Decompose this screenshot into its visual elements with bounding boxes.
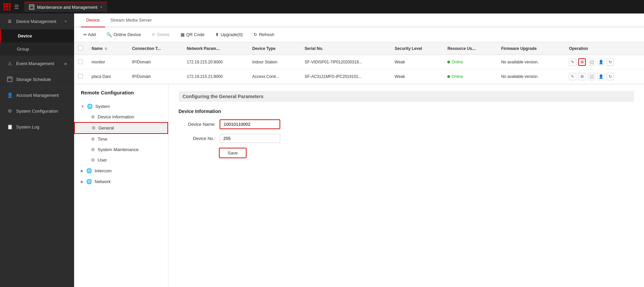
tree-general[interactable]: ⚙ General — [74, 122, 168, 134]
save-button-wrapper: Save — [219, 148, 247, 158]
device-label: Device — [18, 33, 32, 38]
screen-icon[interactable]: ⬜ — [588, 73, 595, 80]
tree-intercom[interactable]: ▶ 🌐 Intercom — [74, 165, 168, 176]
edit-icon[interactable]: ✎ — [569, 58, 576, 66]
refresh-button[interactable]: ↻ Refresh — [252, 31, 277, 38]
arrow-down-icon: ▼ — [64, 20, 67, 23]
device-name-label: Device Name: — [179, 122, 216, 127]
col-serial-no: Serial No. — [300, 42, 390, 55]
system-maintenance-gear-icon: ⚙ — [91, 147, 95, 152]
main-layout: 🖥 Device Management ▼ Device Group ⚠ Eve… — [0, 13, 644, 287]
gear-icon[interactable]: ⚙ — [578, 58, 586, 66]
sidebar-item-device-management[interactable]: 🖥 Device Management ▼ — [0, 13, 74, 29]
online-device-button[interactable]: 🔍 Online Device — [104, 31, 143, 38]
sidebar-item-device[interactable]: Device — [0, 29, 74, 42]
hamburger-icon[interactable]: ☰ — [14, 4, 19, 10]
group-label: Group — [17, 47, 29, 52]
sidebar-item-system-configuration[interactable]: ⚙ System Configuration — [0, 103, 74, 119]
save-button[interactable]: Save — [220, 148, 246, 157]
app-logo — [3, 3, 11, 10]
tree-user[interactable]: ⚙ User — [74, 155, 168, 165]
row2-security-level: Weak — [391, 69, 444, 84]
toolbar: + + Add 🔍 Online Device ✕ Delete ▦ QR Co… — [74, 27, 644, 42]
remote-config-title: Remote Configuration — [74, 90, 168, 101]
remote-config-tree: Remote Configuration ▼ 🌐 System ⚙ Device… — [74, 84, 168, 287]
edit-icon[interactable]: ✎ — [569, 73, 576, 80]
tree-system[interactable]: ▼ 🌐 System — [74, 101, 168, 112]
table-row: placa Dani IP/Domain 172.19.215.21:8000 … — [74, 69, 644, 84]
sidebar-item-system-log[interactable]: 📋 System Log — [0, 119, 74, 135]
tree-expand-intercom-icon: ▶ — [81, 169, 84, 173]
device-name-row: Device Name: — [179, 119, 634, 129]
screen-icon[interactable]: ⬜ — [588, 58, 595, 66]
upgrade-button[interactable]: ⬆ Upgrade(0) — [213, 31, 245, 38]
sidebar-item-account-management[interactable]: 👤 Account Management — [0, 87, 74, 103]
qr-code-button[interactable]: ▦ QR Code — [179, 31, 206, 38]
sync-icon[interactable]: ↻ — [607, 58, 614, 66]
network-globe-icon: 🌐 — [86, 179, 92, 184]
sidebar-item-label: Account Management — [16, 93, 59, 98]
row2-name: placa Dani — [88, 69, 128, 84]
tree-network[interactable]: ▶ 🌐 Network — [74, 176, 168, 187]
col-security-level: Security Level — [391, 42, 444, 55]
delete-button[interactable]: ✕ Delete — [150, 31, 172, 38]
refresh-icon: ↻ — [254, 32, 257, 37]
row2-checkbox[interactable] — [78, 74, 83, 79]
system-log-icon: 📋 — [7, 124, 13, 130]
tree-device-info[interactable]: ⚙ Device Information — [74, 112, 168, 122]
sidebar-item-label: Device Management — [16, 19, 56, 24]
row1-checkbox[interactable] — [78, 59, 83, 64]
sidebar-item-storage-schedule[interactable]: Storage Schedule — [0, 71, 74, 87]
device-name-input[interactable] — [220, 119, 280, 129]
top-bar: ☰ Maintenance and Management × — [0, 0, 644, 13]
search-icon: 🔍 — [106, 32, 112, 37]
col-resource-usage: Resource Us... — [443, 42, 497, 55]
sidebar-item-event-management[interactable]: ⚠ Event Management ▶ — [0, 56, 74, 71]
status-dot-icon — [447, 75, 450, 78]
delete-icon: ✕ — [152, 32, 155, 37]
row1-name: monitor — [88, 55, 128, 69]
user-icon[interactable]: 👤 — [597, 73, 605, 80]
user-gear-icon: ⚙ — [91, 157, 95, 163]
status-dot-icon — [447, 61, 450, 63]
device-management-icon: 🖥 — [7, 18, 13, 24]
remote-config-panel: Remote Configuration ▼ 🌐 System ⚙ Device… — [74, 84, 644, 287]
gear-icon[interactable]: ⚙ — [578, 73, 586, 80]
device-no-input[interactable] — [220, 134, 280, 143]
row2-resource-usage: Online — [443, 69, 497, 84]
storage-schedule-icon — [7, 76, 13, 82]
event-management-icon: ⚠ — [7, 60, 13, 66]
row2-network-param: 172.19.215.21:8000 — [183, 69, 248, 84]
sidebar-item-label: System Log — [16, 124, 39, 130]
device-no-row: Device No.: — [179, 134, 634, 143]
row2-serial-no: SF-AC3121MFD-IPC2019101... — [300, 69, 390, 84]
svg-rect-0 — [30, 5, 33, 9]
tree-expand-network-icon: ▶ — [81, 180, 84, 183]
select-all-checkbox[interactable] — [78, 46, 83, 50]
tab-device[interactable]: Device — [81, 13, 105, 27]
tree-system-maintenance[interactable]: ⚙ System Maintenance — [74, 144, 168, 155]
tab-close-icon[interactable]: × — [100, 5, 102, 9]
config-section-title: Configuring the General Parameters — [179, 91, 634, 102]
sidebar-item-group[interactable]: Group — [0, 42, 74, 56]
row2-connection-type: IP/Domain — [128, 69, 183, 84]
sidebar: 🖥 Device Management ▼ Device Group ⚠ Eve… — [0, 13, 74, 287]
row2-firmware: No available version — [497, 69, 565, 84]
col-operation: Operation — [565, 42, 644, 55]
maintenance-tab[interactable]: Maintenance and Management × — [24, 2, 107, 12]
sidebar-item-label: Storage Schedule — [16, 77, 51, 82]
col-connection-type: Connection T... — [128, 42, 183, 55]
row1-network-param: 172.19.215.20:8000 — [183, 55, 248, 69]
table-row: monitor IP/Domain 172.19.215.20:8000 Ind… — [74, 55, 644, 69]
tab-stream-media-server[interactable]: Stream Media Server — [105, 13, 157, 27]
tree-time[interactable]: ⚙ Time — [74, 134, 168, 144]
tab-window-icon — [29, 4, 34, 10]
user-icon[interactable]: 👤 — [597, 58, 605, 66]
content-area: Device Stream Media Server + + Add 🔍 Onl… — [74, 13, 644, 287]
row1-resource-usage: Online — [443, 55, 497, 69]
add-button[interactable]: + + Add — [81, 31, 98, 38]
config-form: Configuring the General Parameters Devic… — [168, 84, 644, 287]
sync-icon[interactable]: ↻ — [607, 73, 614, 80]
maintenance-tab-label: Maintenance and Management — [37, 5, 97, 10]
row1-connection-type: IP/Domain — [128, 55, 183, 69]
